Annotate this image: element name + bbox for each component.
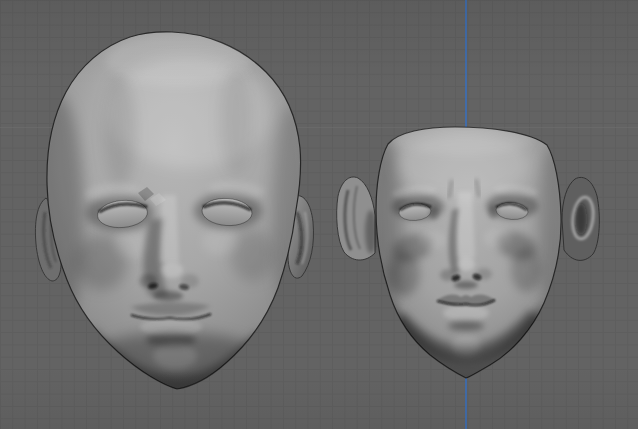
viewport-3d[interactable]: [0, 0, 638, 429]
viewport-vignette: [0, 0, 638, 429]
